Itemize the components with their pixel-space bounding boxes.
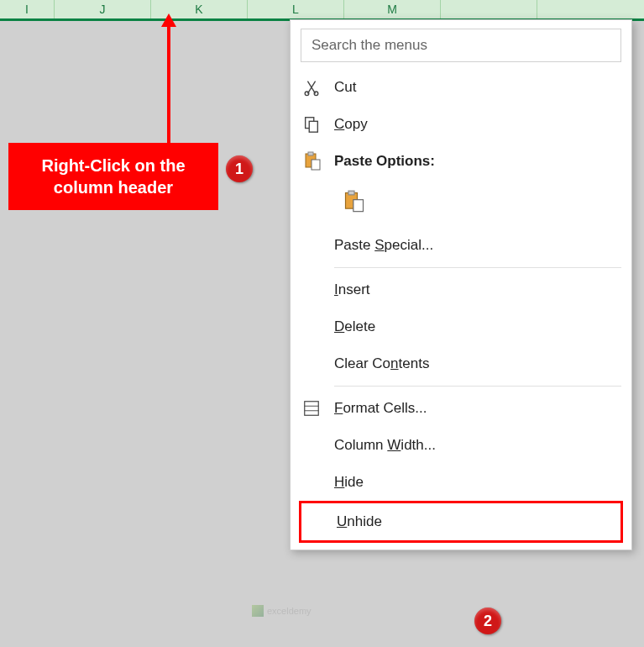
- menu-label: Paste Options:: [334, 153, 620, 170]
- cut-icon: [302, 78, 334, 97]
- menu-label: Hide: [334, 474, 620, 491]
- step-badge-1: 1: [226, 155, 253, 182]
- menu-item-column-width[interactable]: Column Width...: [291, 427, 631, 464]
- callout-line1: Right-Click on the: [17, 155, 210, 176]
- menu-search-input[interactable]: Search the menus: [301, 29, 621, 62]
- menu-item-paste-special[interactable]: Paste Special...: [291, 227, 631, 264]
- column-header-i[interactable]: I: [0, 0, 55, 18]
- menu-item-hide[interactable]: Hide: [291, 464, 631, 501]
- watermark-icon: [252, 605, 264, 617]
- column-header-j[interactable]: J: [55, 0, 151, 18]
- menu-item-clear-contents[interactable]: Clear Contents: [291, 345, 631, 382]
- column-header-l[interactable]: L: [248, 0, 344, 18]
- menu-label: Unhide: [337, 513, 609, 530]
- menu-item-insert[interactable]: Insert: [291, 271, 631, 308]
- copy-icon: [302, 115, 334, 134]
- watermark-text: exceldemy: [267, 606, 312, 616]
- menu-item-paste-options: Paste Options:: [291, 143, 631, 180]
- context-menu: Search the menus Cut Copy Paste Options:…: [290, 19, 632, 550]
- svg-rect-6: [312, 160, 320, 170]
- menu-label: Format Cells...: [334, 400, 620, 417]
- menu-item-copy[interactable]: Copy: [291, 106, 631, 143]
- callout-arrow: [167, 25, 170, 143]
- menu-label: Clear Contents: [334, 355, 620, 372]
- svg-rect-10: [305, 402, 319, 416]
- menu-label: Paste Special...: [334, 237, 620, 254]
- step-badge-2: 2: [474, 608, 501, 634]
- svg-rect-8: [348, 191, 354, 195]
- svg-rect-5: [308, 152, 313, 155]
- paste-options-row: [291, 180, 631, 227]
- callout-line2: column header: [17, 176, 210, 198]
- menu-item-format-cells[interactable]: Format Cells...: [291, 390, 631, 427]
- menu-item-cut[interactable]: Cut: [291, 69, 631, 106]
- menu-separator: [334, 386, 621, 387]
- menu-label: Copy: [334, 116, 620, 133]
- menu-separator: [334, 267, 621, 268]
- svg-rect-9: [353, 200, 364, 212]
- menu-item-delete[interactable]: Delete: [291, 308, 631, 345]
- callout-box: Right-Click on the column header: [8, 143, 218, 210]
- unhide-highlight: Unhide: [299, 501, 623, 543]
- menu-label: Cut: [334, 79, 620, 96]
- menu-label: Column Width...: [334, 437, 620, 454]
- paste-icon: [302, 151, 334, 171]
- svg-rect-3: [309, 121, 317, 132]
- column-header-blank[interactable]: [441, 0, 537, 18]
- menu-label: Delete: [334, 318, 620, 335]
- format-cells-icon: [302, 399, 334, 418]
- column-header-m[interactable]: M: [344, 0, 441, 18]
- menu-label: Insert: [334, 281, 620, 298]
- column-headers: I J K L M: [0, 0, 644, 21]
- paste-default-button[interactable]: [338, 185, 371, 218]
- watermark: exceldemy: [252, 605, 312, 617]
- menu-item-unhide[interactable]: Unhide: [301, 503, 620, 540]
